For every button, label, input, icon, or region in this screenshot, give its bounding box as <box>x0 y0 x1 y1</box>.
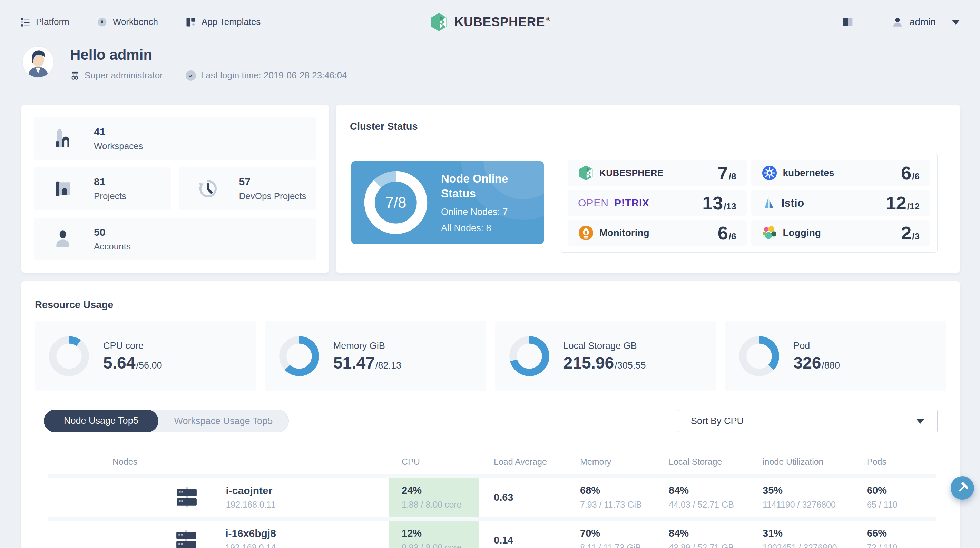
load-average-cell: 0.63 <box>479 478 568 516</box>
node-ip: 192.168.0.11 <box>226 500 275 510</box>
nav-platform[interactable]: Platform <box>20 17 69 27</box>
pods-detail: 65 / 110 <box>867 500 936 510</box>
storage-detail: 43.89 / 52.71 GB <box>669 542 749 548</box>
welcome-section: Hello admin Super administrator Last log… <box>21 45 347 81</box>
table-row[interactable]: i-16x6bgj8 192.168.0.14 12% 0.93 / 8.00 … <box>48 521 936 548</box>
sort-by-select[interactable]: Sort By CPU <box>678 409 937 432</box>
row-separator <box>48 516 936 521</box>
inode-cell: 31% 1002451 / 3276800 <box>749 521 852 548</box>
memory-percent: 68% <box>580 485 655 496</box>
tab-node-usage-top5[interactable]: Node Usage Top5 <box>44 409 158 432</box>
logging-logo-icon: Logging <box>762 225 821 241</box>
col-header-inode-utilization: inode Utilization <box>749 457 852 467</box>
node-online-status-card: 7/8 Node Online Status Online Nodes: 7 A… <box>351 161 544 244</box>
avatar <box>21 45 55 81</box>
inode-percent: 35% <box>763 485 852 496</box>
kubesphere-logo[interactable]: KUBESPHERE® <box>430 12 550 32</box>
docs-book-icon[interactable] <box>842 17 854 28</box>
last-login: Last login time: 2019-06-28 23:46:04 <box>186 70 347 81</box>
memory-cell: 70% 8.11 / 11.73 GiB <box>568 521 655 548</box>
overview-stats-card: 41 Workspaces 81 Projects 57 DevOps Proj… <box>21 105 329 272</box>
load-average-value: 0.63 <box>494 492 568 503</box>
cluster-status-title: Cluster Status <box>350 121 418 132</box>
kubesphere-logo-icon <box>430 12 448 32</box>
pod-donut-chart <box>739 336 780 376</box>
pods-percent: 60% <box>867 485 936 496</box>
col-header-pods: Pods <box>852 457 936 467</box>
node-icon <box>175 530 198 548</box>
service-count: 2/3 <box>901 224 920 242</box>
resource-gauges: CPU core 5.64/56.00 Memory GiB 51.47/82.… <box>35 321 946 391</box>
stat-tile-devops-projects[interactable]: 57 DevOps Projects <box>179 167 317 210</box>
workspaces-label: Workspaces <box>94 141 143 151</box>
memory-cell: 68% 7.93 / 11.73 GiB <box>568 478 655 516</box>
cluster-status-card: Cluster Status 7/8 Node Online Status On… <box>336 105 960 272</box>
gauge-label: Memory GiB <box>333 341 401 351</box>
projects-icon <box>53 179 72 198</box>
memory-donut-chart <box>279 336 320 376</box>
inode-cell: 35% 1141190 / 3276800 <box>749 478 852 516</box>
storage-detail: 44.03 / 52.71 GB <box>669 500 749 510</box>
stat-tile-accounts[interactable]: 50 Accounts <box>34 218 317 260</box>
stat-tile-projects[interactable]: 81 Projects <box>34 167 172 210</box>
load-average-value: 0.14 <box>494 535 568 546</box>
pods-percent: 66% <box>867 527 936 539</box>
primary-nav: Platform Workbench App Templates <box>20 17 261 27</box>
online-nodes-label: Online Nodes: 7 <box>441 207 534 217</box>
service-tile-istio: Istio 12/12 <box>751 190 930 216</box>
node-name: i-16x6bgj8 <box>225 527 276 539</box>
nav-app-templates[interactable]: App Templates <box>186 17 261 27</box>
accounts-icon <box>53 229 72 249</box>
toolbox-fab-button[interactable] <box>951 476 974 500</box>
cpu-cell: 12% 0.93 / 8.00 core <box>389 521 479 548</box>
stat-tile-workspaces[interactable]: 41 Workspaces <box>34 117 317 160</box>
cpu-percent: 12% <box>402 527 479 539</box>
kubernetes-logo-icon: kubernetes <box>762 165 834 181</box>
col-header-local-storage: Local Storage <box>655 457 749 467</box>
gauge-used: 51.47 <box>333 355 375 371</box>
memory-percent: 70% <box>580 527 655 539</box>
pods-cell: 66% 72 / 110 <box>852 521 936 548</box>
monitoring-logo-icon: Monitoring <box>578 225 649 241</box>
nav-workbench[interactable]: Workbench <box>97 17 158 27</box>
gauge-cpu: CPU core 5.64/56.00 <box>35 321 256 391</box>
page-title: Hello admin <box>70 45 347 63</box>
col-header-memory: Memory <box>568 457 655 467</box>
inode-detail: 1002451 / 3276800 <box>763 542 852 548</box>
user-menu[interactable]: admin <box>892 16 960 28</box>
gauge-label: Local Storage GB <box>563 341 646 351</box>
gauge-total: /56.00 <box>136 360 162 371</box>
gauge-icon <box>97 17 107 27</box>
grid-plus-icon <box>186 17 196 27</box>
table-row[interactable]: i-caojnter 192.168.0.11 24% 1.88 / 8.00 … <box>48 478 936 516</box>
node-icon <box>175 487 198 507</box>
gauge-used: 215.96 <box>563 355 614 371</box>
node-online-heading: Node Online Status <box>441 172 534 201</box>
service-name: kubernetes <box>783 167 834 178</box>
local-storage-cell: 84% 44.03 / 52.71 GB <box>655 478 749 516</box>
service-tile-logging: Logging 2/3 <box>751 220 930 246</box>
projects-label: Projects <box>94 191 126 202</box>
top-bar: Platform Workbench App Templates KUBESPH… <box>0 0 980 44</box>
cpu-cell: 24% 1.88 / 8.00 core <box>389 478 479 516</box>
col-header-nodes: Nodes <box>48 457 389 467</box>
service-name: Istio <box>781 197 804 209</box>
storage-percent: 84% <box>669 485 749 496</box>
storage-donut-chart <box>509 336 550 376</box>
workspaces-icon <box>53 129 72 148</box>
load-average-cell: 0.14 <box>479 521 568 548</box>
gauge-local-storage: Local Storage GB 215.96/305.55 <box>495 321 716 391</box>
hammer-icon <box>956 482 969 494</box>
node-name: i-caojnter <box>226 485 275 497</box>
pods-cell: 60% 65 / 110 <box>852 478 936 516</box>
cpu-detail: 1.88 / 8.00 core <box>402 500 479 510</box>
node-usage-table: Nodes CPU Load Average Memory Local Stor… <box>48 450 936 548</box>
cpu-detail: 0.93 / 8.00 core <box>402 542 479 548</box>
tab-workspace-usage-top5[interactable]: Workspace Usage Top5 <box>158 416 288 427</box>
service-count: 12/12 <box>886 194 920 212</box>
accounts-count: 50 <box>94 226 131 238</box>
service-name: KUBESPHERE <box>600 168 663 178</box>
service-count: 6/6 <box>901 164 920 182</box>
inode-percent: 31% <box>763 527 852 539</box>
service-tile-kubesphere: KUBESPHERE 7/8 <box>568 160 747 186</box>
